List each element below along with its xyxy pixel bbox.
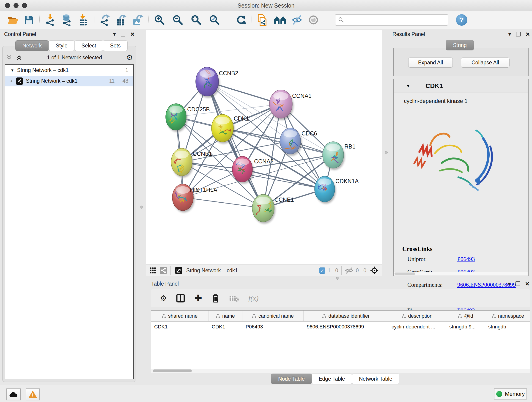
network-view-canvas[interactable]: CCNB2CCNA1CDC25BCDK1CDC6RB1CCNB1CCNA2CDK…: [146, 30, 382, 265]
string-home-button[interactable]: [273, 13, 287, 27]
section-expander-icon[interactable]: ▾: [407, 83, 409, 89]
close-panel-icon[interactable]: ×: [130, 31, 134, 38]
column-header[interactable]: namespace: [485, 311, 530, 321]
tab-network[interactable]: Network: [15, 40, 49, 51]
tab-style[interactable]: Style: [49, 40, 75, 51]
string-documents-button[interactable]: [256, 13, 269, 27]
network-node-rb1[interactable]: [323, 142, 345, 170]
network-collection-row[interactable]: ▾ String Network – cdk1 1: [5, 65, 133, 76]
import-network-database-button[interactable]: [60, 13, 74, 27]
redraw-button[interactable]: [234, 13, 248, 27]
network-options-gear-icon[interactable]: ⚙: [126, 53, 133, 62]
cloud-status-button[interactable]: [6, 389, 21, 400]
crosslinks-heading: CrossLinks: [402, 245, 433, 253]
tab-node-table[interactable]: Node Table: [271, 374, 312, 384]
show-grid-button[interactable]: [149, 267, 156, 274]
export-image-button[interactable]: [131, 13, 145, 27]
export-network-button[interactable]: [98, 13, 112, 27]
collapse-all-button[interactable]: Collapse All: [461, 57, 510, 68]
column-header[interactable]: database identifier: [304, 311, 388, 321]
tab-select[interactable]: Select: [75, 40, 103, 51]
function-builder-button[interactable]: f(x): [248, 294, 259, 303]
table-h-scrollbar[interactable]: [151, 369, 530, 373]
import-table-button[interactable]: [76, 13, 90, 27]
table-cell[interactable]: cyclin-dependent ...: [388, 322, 446, 332]
network-node-cdkn1a[interactable]: [315, 176, 336, 204]
column-header[interactable]: @id: [446, 311, 485, 321]
table-cell[interactable]: P06493: [242, 322, 304, 332]
help-button[interactable]: ?: [456, 14, 467, 26]
question-icon: ?: [460, 16, 464, 24]
float-panel-icon[interactable]: [515, 281, 520, 286]
panel-menu-icon[interactable]: ▾: [508, 32, 511, 37]
table-cell[interactable]: CDK1: [151, 322, 209, 332]
network-node-ccnb2[interactable]: [196, 67, 220, 98]
show-glass-ball-button[interactable]: [307, 13, 320, 27]
expand-all-button[interactable]: Expand All: [408, 57, 453, 68]
table-cell[interactable]: 9606.ENSP00000378699: [304, 322, 388, 332]
attribute-icon: [402, 314, 406, 318]
collection-expander-icon[interactable]: ▾: [11, 68, 13, 73]
left-splitter-handle[interactable]: [140, 206, 143, 209]
column-header[interactable]: shared name: [151, 311, 209, 321]
zoom-window-button[interactable]: [22, 3, 27, 8]
warnings-button[interactable]: [26, 389, 40, 400]
network-node-ccne1[interactable]: [252, 194, 275, 224]
open-session-button[interactable]: [6, 13, 20, 27]
crosslink-link[interactable]: P06493: [457, 256, 475, 262]
float-panel-icon[interactable]: [516, 32, 520, 36]
birds-eye-view-button[interactable]: [370, 266, 379, 275]
tab-sets[interactable]: Sets: [103, 40, 128, 51]
toolbar-separator: [148, 14, 149, 26]
network-graph[interactable]: CCNB2CCNA1CDC25BCDK1CDC6RB1CCNB1CCNA2CDK…: [146, 30, 382, 264]
node-table[interactable]: shared namenamecanonical namedatabase id…: [151, 310, 530, 369]
column-header[interactable]: description: [388, 311, 446, 321]
tab-edge-table[interactable]: Edge Table: [312, 374, 352, 384]
network-node-ccna2[interactable]: [232, 156, 254, 184]
close-panel-icon[interactable]: ×: [526, 31, 530, 38]
right-splitter-handle[interactable]: [385, 151, 388, 154]
memory-button[interactable]: Memory: [494, 389, 527, 400]
enhance-labels-button[interactable]: [290, 13, 304, 27]
zoom-in-button[interactable]: [152, 13, 166, 27]
collapse-all-icon[interactable]: [6, 54, 13, 61]
zoom-fit-button[interactable]: [189, 13, 203, 27]
expand-all-icon[interactable]: [16, 54, 23, 61]
save-session-button[interactable]: [22, 13, 36, 27]
minimize-window-button[interactable]: [13, 3, 19, 8]
table-row[interactable]: CDK1CDK1P064939606.ENSP00000378699cyclin…: [151, 322, 530, 332]
warning-icon: [29, 391, 37, 398]
table-cell[interactable]: stringdb:9...: [446, 322, 485, 332]
tab-string[interactable]: String: [446, 40, 474, 51]
panel-menu-icon[interactable]: ▾: [113, 32, 116, 37]
column-header[interactable]: canonical name: [242, 311, 304, 321]
tab-network-table[interactable]: Network Table: [352, 374, 399, 384]
search-input[interactable]: [344, 17, 443, 23]
network-node-cdk1[interactable]: [211, 114, 234, 144]
results-scrollbar[interactable]: [394, 272, 528, 275]
panel-menu-icon[interactable]: ▾: [508, 281, 510, 287]
network-edge[interactable]: [183, 197, 263, 208]
delete-table-button[interactable]: [229, 294, 239, 302]
close-window-button[interactable]: [5, 3, 10, 8]
network-node-ccna1[interactable]: [269, 90, 293, 120]
show-columns-button[interactable]: [176, 294, 185, 303]
table-settings-gear-icon[interactable]: ⚙: [160, 294, 167, 303]
network-node-ccnb1[interactable]: [171, 148, 193, 178]
zoom-selected-button[interactable]: [208, 13, 221, 27]
table-cell[interactable]: CDK1: [209, 322, 242, 332]
add-column-button[interactable]: ✚: [194, 293, 202, 303]
node-section-header[interactable]: ▾ CDK1: [394, 79, 528, 93]
selected-checkbox-icon[interactable]: ✓: [319, 268, 325, 274]
float-panel-icon[interactable]: [121, 32, 125, 36]
delete-column-button[interactable]: [211, 293, 220, 303]
close-panel-icon[interactable]: ×: [525, 280, 529, 287]
table-cell[interactable]: stringdb: [485, 322, 530, 332]
import-network-file-button[interactable]: [44, 13, 57, 27]
network-row[interactable]: ● String Network – cdk1 11 48: [5, 76, 133, 86]
export-table-button[interactable]: [114, 13, 128, 27]
column-header[interactable]: name: [209, 311, 242, 321]
string-view-button[interactable]: [159, 267, 167, 274]
zoom-out-button[interactable]: [171, 13, 185, 27]
detach-view-button[interactable]: [175, 267, 183, 274]
